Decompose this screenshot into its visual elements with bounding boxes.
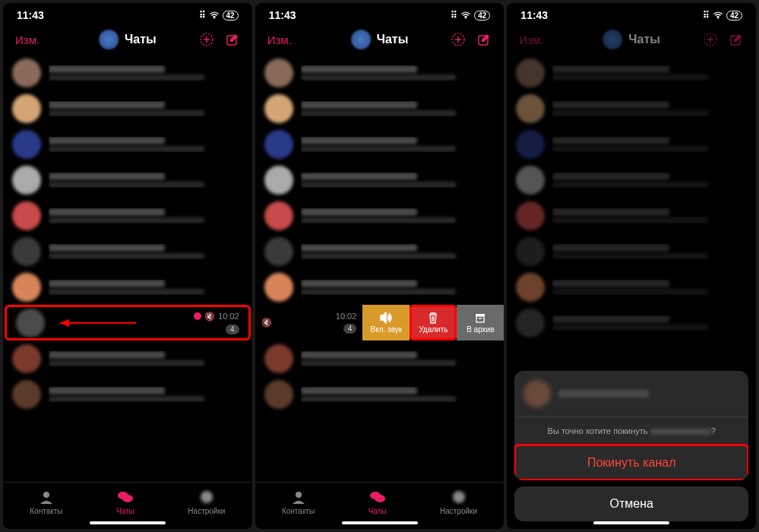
chat-row[interactable]: [3, 198, 252, 233]
chat-meta: 🔇 10:02 4: [194, 312, 239, 334]
chat-avatar: [264, 59, 293, 87]
chat-row[interactable]: [3, 162, 252, 198]
chat-row-highlighted[interactable]: 🔇 10:02 4: [5, 305, 251, 340]
tab-label: Настройки: [440, 507, 477, 515]
new-chat-icon[interactable]: [451, 32, 466, 47]
chat-list[interactable]: 🔇 10:02 4: [3, 55, 252, 482]
tab-settings[interactable]: Настройки: [188, 489, 225, 515]
swipe-archive-button[interactable]: В архив: [457, 305, 504, 340]
phone-screen-3: 11:43 ⠿ 42 Изм. Чаты: [507, 3, 756, 529]
status-bar: 11:43 ⠿ 42: [507, 3, 756, 24]
chat-time: 10:02: [218, 312, 239, 321]
chat-avatar: [12, 201, 41, 230]
swipe-remaining-chat[interactable]: 🔇 10:02 4: [255, 305, 363, 340]
status-time: 11:43: [520, 9, 548, 21]
chat-row[interactable]: [255, 162, 504, 198]
new-chat-icon[interactable]: [703, 32, 718, 47]
chat-row[interactable]: [255, 198, 504, 233]
chat-row[interactable]: [3, 126, 252, 162]
compose-icon[interactable]: [729, 32, 744, 47]
trash-icon: [427, 312, 439, 324]
edit-button[interactable]: Изм.: [267, 33, 292, 46]
chat-row[interactable]: [255, 340, 504, 376]
chat-row[interactable]: [255, 233, 504, 269]
chat-row[interactable]: [255, 126, 504, 162]
svg-marker-3: [60, 319, 69, 327]
chat-row[interactable]: [3, 376, 252, 412]
tab-chats[interactable]: Чаты: [368, 489, 387, 515]
unread-badge: 4: [343, 324, 357, 334]
chat-avatar: [12, 380, 41, 409]
contacts-icon: [38, 489, 55, 505]
avatar[interactable]: [99, 30, 119, 49]
status-indicators: ⠿ 42: [199, 10, 239, 21]
action-sheet-main: Вы точно хотите покинуть ? Покинуть кана…: [514, 371, 748, 480]
chat-avatar: [264, 344, 293, 373]
chats-icon: [117, 489, 134, 505]
sheet-confirm-text: Вы точно хотите покинуть ?: [514, 416, 748, 445]
chat-avatar: [12, 237, 41, 266]
edit-button[interactable]: Изм.: [519, 33, 543, 46]
swipe-delete-button[interactable]: Удалить: [410, 305, 457, 340]
chat-row: [507, 162, 756, 198]
tab-contacts[interactable]: Контакты: [282, 489, 315, 515]
tab-label: Контакты: [30, 507, 62, 515]
tab-chats[interactable]: Чаты: [116, 489, 134, 515]
chat-row[interactable]: [255, 55, 504, 90]
chat-row: [507, 126, 756, 162]
chat-avatar: [12, 344, 41, 373]
swipe-sound-button[interactable]: Вкл. звук: [362, 305, 410, 340]
chat-row: [507, 90, 756, 126]
battery-indicator: 42: [474, 11, 490, 21]
chat-row[interactable]: [3, 269, 252, 305]
tab-contacts[interactable]: Контакты: [30, 489, 62, 515]
chat-row: [507, 233, 756, 269]
status-dot-icon: [194, 312, 201, 320]
page-title: Чаты: [628, 33, 660, 46]
chat-avatar: [16, 309, 45, 337]
avatar[interactable]: [351, 30, 371, 49]
home-indicator[interactable]: [342, 521, 418, 524]
header: Изм. Чаты: [3, 24, 252, 55]
chat-list[interactable]: 🔇 10:02 4 Вкл. звук Удалить В архив: [255, 55, 504, 482]
home-indicator[interactable]: [90, 521, 166, 524]
chat-avatar: [264, 273, 293, 302]
tab-label: Настройки: [188, 507, 225, 515]
header-actions: [451, 32, 492, 47]
cancel-button[interactable]: Отмена: [514, 486, 748, 521]
chat-row: [507, 269, 756, 305]
svg-point-16: [453, 491, 465, 503]
chat-row: [507, 305, 756, 340]
chat-avatar: [264, 380, 293, 409]
chat-row[interactable]: [255, 269, 504, 305]
tab-bar: Контакты Чаты Настройки: [255, 482, 504, 518]
swipe-actions-row: 🔇 10:02 4 Вкл. звук Удалить В архив: [255, 305, 504, 340]
chat-row[interactable]: [3, 233, 252, 269]
svg-rect-11: [476, 316, 484, 322]
unread-badge: 4: [226, 325, 239, 334]
chat-row[interactable]: [255, 90, 504, 126]
tab-settings[interactable]: Настройки: [440, 489, 477, 515]
swipe-label: В архив: [466, 325, 494, 334]
svg-point-13: [296, 492, 302, 498]
chat-avatar: [12, 273, 41, 302]
compose-icon[interactable]: [225, 32, 240, 47]
contacts-icon: [290, 489, 307, 505]
chat-row[interactable]: [3, 90, 252, 126]
chat-row[interactable]: [3, 55, 252, 90]
signal-icon: ⠿: [451, 10, 457, 21]
avatar[interactable]: [602, 30, 622, 49]
new-chat-icon[interactable]: [199, 32, 214, 47]
settings-icon: [451, 489, 467, 505]
chat-row[interactable]: [3, 340, 252, 376]
chat-row[interactable]: [255, 376, 504, 412]
status-time: 11:43: [269, 9, 296, 21]
chat-avatar: [264, 166, 293, 195]
leave-channel-button[interactable]: Покинуть канал: [514, 445, 748, 480]
compose-icon[interactable]: [476, 32, 492, 47]
sheet-avatar: [523, 380, 551, 407]
header-center: Чаты: [99, 30, 157, 49]
edit-button[interactable]: Изм.: [15, 33, 40, 46]
header-center: Чаты: [351, 30, 409, 49]
mute-icon: 🔇: [261, 318, 272, 328]
